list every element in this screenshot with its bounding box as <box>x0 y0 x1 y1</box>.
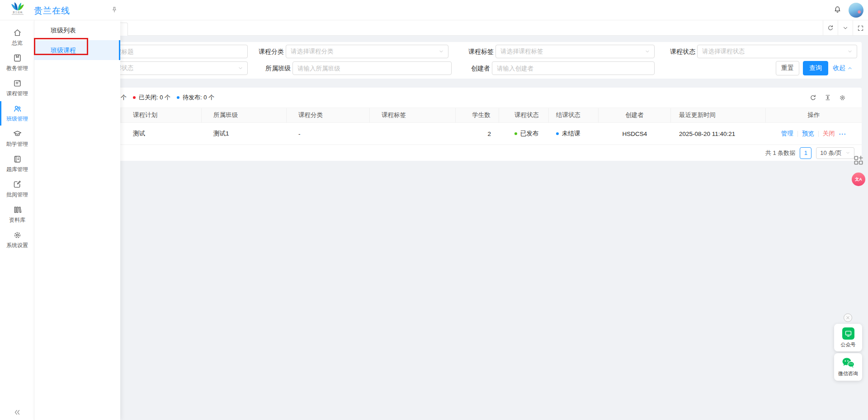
submenu-item-class-list[interactable]: 班级列表 <box>34 20 120 40</box>
col-actions: 操作 <box>766 108 862 122</box>
closed-dot <box>133 96 136 99</box>
status-select[interactable]: 请选择课程状态 <box>697 45 857 58</box>
search-button[interactable]: 查询 <box>803 61 828 75</box>
class-management-submenu: 班级列表 班级课程 <box>34 20 120 420</box>
table-header-row: 课程计划 所属班级 课程分类 课程标签 学生数 课程状态 结课状态 创建者 最近… <box>41 107 862 123</box>
published-dot <box>514 132 517 135</box>
more-actions-icon[interactable]: ··· <box>839 131 847 137</box>
notification-bell-icon[interactable] <box>833 5 842 14</box>
preview-link[interactable]: 预览 <box>802 130 814 138</box>
sidebar-item-question-bank[interactable]: 题库管理 <box>0 153 34 175</box>
cell-tag <box>370 123 456 145</box>
chevron-down-icon <box>238 65 243 71</box>
sidebar-collapse-icon[interactable] <box>0 408 34 416</box>
cell-plan: 测试 <box>121 123 202 145</box>
col-tag: 课程标签 <box>370 108 456 122</box>
summary-partial-text: 个 <box>121 93 127 102</box>
tab-bar <box>34 20 868 36</box>
app-title: 贵兰在线 <box>34 5 70 17</box>
review-icon <box>13 180 22 189</box>
chevron-down-icon <box>847 49 853 54</box>
cell-creator: HSDCS4 <box>599 123 671 145</box>
sidebar-item-overview[interactable]: 总览 <box>0 26 34 49</box>
col-students: 学生数 <box>456 108 499 122</box>
col-creator: 创建者 <box>599 108 671 122</box>
official-account-icon <box>842 327 854 340</box>
cell-course-status: 已发布 <box>499 123 549 145</box>
user-avatar[interactable] <box>849 3 863 18</box>
collapse-filters-link[interactable]: 收起 <box>833 61 853 75</box>
summary-closed: 已关闭: 0 个 <box>133 93 170 102</box>
sidebar-item-review[interactable]: 批阅管理 <box>0 178 34 201</box>
course-table-panel: 个 已关闭: 0 个 待发布: 0 个 <box>41 88 862 161</box>
manage-link[interactable]: 管理 <box>781 130 793 138</box>
creator-input-box <box>492 61 655 75</box>
status-summary-row: 个 已关闭: 0 个 待发布: 0 个 <box>41 88 862 107</box>
logo-tagline-bar <box>12 14 24 15</box>
reset-button[interactable]: 重置 <box>776 61 799 75</box>
sidebar-nav: 总览 教务管理 课程管理 班级管理 助学管理 题库管理 批阅管理 <box>0 20 34 420</box>
chevron-down-icon <box>439 49 444 54</box>
logo-icon <box>8 2 27 11</box>
class-input[interactable] <box>293 62 451 75</box>
refresh-table-icon[interactable] <box>809 94 817 102</box>
assist-icon <box>13 129 22 139</box>
tag-label: 课程标签 <box>453 45 494 58</box>
pagination-bar: 共 1 条数据 1 10 条/页 <box>41 145 862 161</box>
table-row: 测试 测试1 - 2 已发布 未结课 HSDCS4 2025-08-20 11:… <box>41 123 862 145</box>
official-account-widget[interactable]: 公众号 <box>834 324 862 351</box>
unfinished-dot <box>556 132 559 135</box>
col-finish-status: 结课状态 <box>549 108 599 122</box>
creator-label: 创建者 <box>449 61 490 75</box>
question-bank-icon <box>13 154 22 164</box>
class-label: 所属班级 <box>250 61 291 75</box>
fullscreen-icon[interactable] <box>853 20 868 36</box>
tag-select[interactable]: 请选择课程标签 <box>495 45 655 58</box>
submenu-item-class-course[interactable]: 班级课程 <box>34 40 120 60</box>
tab-options-chevron-icon[interactable] <box>838 20 853 36</box>
top-header: 贵兰在线 贵兰在线 <box>0 0 868 20</box>
total-count-text: 共 1 条数据 <box>765 149 795 157</box>
col-course-status: 课程状态 <box>499 108 549 122</box>
pending-dot <box>177 96 179 99</box>
col-plan: 课程计划 <box>121 108 202 122</box>
sidebar-item-class[interactable]: 班级管理 <box>0 102 34 125</box>
academic-icon <box>13 53 22 63</box>
sidebar-item-course[interactable]: 课程管理 <box>0 77 34 99</box>
wechat-consult-widget[interactable]: 微信咨询 <box>834 353 862 381</box>
translate-badge-icon[interactable]: 文A <box>852 173 865 186</box>
sidebar-item-library[interactable]: 资料库 <box>0 203 34 226</box>
col-updated: 最近更新时间 <box>671 108 766 122</box>
creator-input[interactable] <box>492 62 654 75</box>
logo-text: 贵兰在线 <box>8 11 27 14</box>
class-icon <box>13 104 22 113</box>
row-height-icon[interactable] <box>824 94 831 101</box>
status-label: 课程状态 <box>655 45 695 58</box>
page-size-select[interactable]: 10 条/页 <box>816 147 854 159</box>
cell-actions: 管理 预览 关闭 ··· <box>766 123 862 145</box>
sidebar-item-assist[interactable]: 助学管理 <box>0 127 34 150</box>
category-label: 课程分类 <box>243 45 284 58</box>
category-select[interactable]: 请选择课程分类 <box>286 45 448 58</box>
pin-icon[interactable] <box>111 6 118 14</box>
close-widgets-icon[interactable] <box>844 313 852 322</box>
page-1-button[interactable]: 1 <box>800 147 811 159</box>
summary-pending: 待发布: 0 个 <box>177 93 214 102</box>
refresh-tab-icon[interactable] <box>823 20 838 36</box>
home-icon <box>13 28 22 37</box>
col-category: 课程分类 <box>287 108 370 122</box>
cell-class: 测试1 <box>202 123 287 145</box>
filter-panel: 课程分类 请选择课程分类 课程标签 请选择课程标签 课程状态 请选择课程状态 请… <box>41 42 862 79</box>
widget-grid-add-icon[interactable] <box>853 154 866 167</box>
sidebar-item-academic[interactable]: 教务管理 <box>0 51 34 74</box>
cell-finish-status: 未结课 <box>549 123 599 145</box>
table-settings-gear-icon[interactable] <box>839 94 846 102</box>
app-logo: 贵兰在线 <box>8 2 27 19</box>
col-class: 所属班级 <box>202 108 287 122</box>
chevron-up-icon <box>847 65 853 71</box>
chevron-down-icon <box>845 150 850 155</box>
class-input-box <box>292 61 452 75</box>
chevron-down-icon <box>645 49 650 54</box>
close-course-link[interactable]: 关闭 <box>823 130 835 138</box>
sidebar-item-settings[interactable]: 系统设置 <box>0 229 34 251</box>
